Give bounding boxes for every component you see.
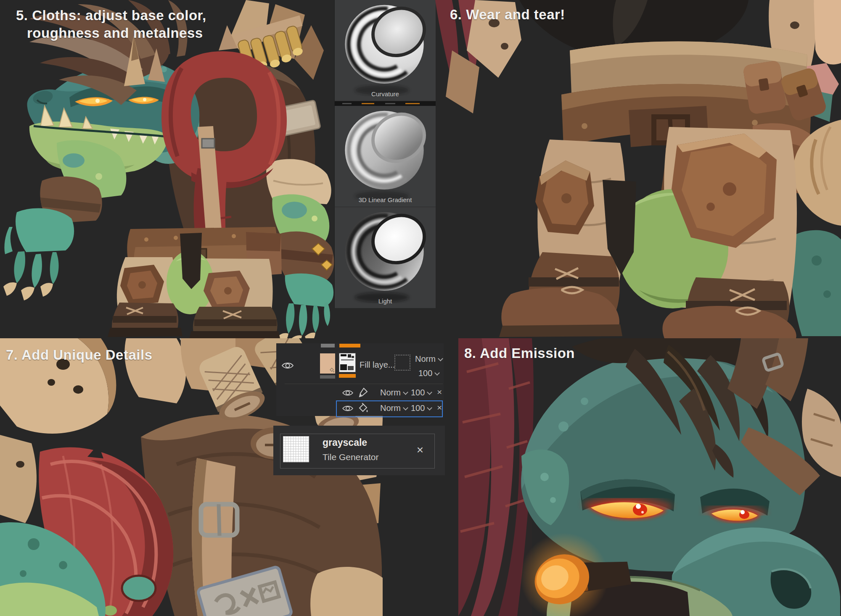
opacity-dropdown[interactable]: 100 [411, 403, 431, 413]
light-sphere [335, 207, 436, 308]
close-effect-button[interactable]: × [437, 387, 442, 397]
fill-color-thumbnail[interactable] [320, 353, 335, 374]
effect-type-label: Tile Generator [323, 452, 378, 462]
layers-panel: Fill laye... Norm 100 Norm 100 [276, 343, 444, 416]
troll-fullbody-render [0, 0, 334, 338]
effect-item[interactable]: grayscale Tile Generator × [280, 434, 435, 469]
opacity-dropdown[interactable]: 100 [418, 369, 439, 378]
step5-label-line2: roughness and metalness [27, 25, 203, 41]
chevron-down-icon [403, 405, 408, 411]
clipped-thumbnail-bar [321, 344, 335, 347]
blend-mode-dropdown[interactable]: Norm [415, 354, 442, 364]
close-effect-button[interactable]: × [437, 403, 442, 413]
fill-bucket-icon [358, 403, 369, 414]
step6-label: 6. Wear and tear! [450, 7, 565, 23]
gradient-sphere [335, 106, 436, 207]
clipped-orange-bar [339, 344, 360, 347]
chevron-down-icon [438, 356, 443, 361]
tile-generator-dialog: grayscale Tile Generator × [273, 426, 445, 475]
blend-mode-dropdown[interactable]: Norm [380, 403, 407, 413]
visibility-eye-icon[interactable] [342, 404, 354, 413]
material-preview-3d-linear-gradient[interactable]: 3D Linear Gradient [334, 106, 436, 207]
effect-channel-label: grayscale [323, 437, 367, 448]
step5-label-line1: 5. Cloths: adjust base color, [16, 8, 206, 24]
material-preview-light[interactable]: Light [334, 207, 436, 308]
visibility-eye-icon[interactable] [342, 389, 354, 397]
blend-mode-dropdown[interactable]: Norm [380, 388, 407, 398]
horn-tail [791, 120, 841, 336]
left-arm [3, 140, 126, 300]
mask-placeholder[interactable] [394, 355, 410, 371]
sphere-label: Curvature [335, 90, 436, 97]
chevron-down-icon [427, 405, 433, 411]
visibility-eye-icon[interactable] [281, 361, 294, 370]
tutorial-collage: Curvature [0, 0, 841, 616]
paint-brush-icon [358, 387, 368, 398]
material-preview-column: Curvature [334, 0, 435, 308]
sleeve-cuff [310, 567, 383, 616]
sphere-label: 3D Linear Gradient [335, 196, 436, 203]
mini-toolbar-strip [334, 101, 436, 106]
bucket-mini-icon [329, 367, 335, 373]
chevron-down-icon [403, 390, 408, 395]
material-preview-curvature[interactable]: Curvature [334, 0, 436, 101]
chevron-down-icon [427, 390, 433, 395]
layer-name[interactable]: Fill laye... [360, 360, 395, 370]
troll-face-render [458, 338, 841, 616]
grayscale-checker-thumbnail [283, 436, 309, 462]
divider [285, 384, 443, 384]
curvature-sphere [335, 0, 436, 101]
step7-label: 7. Add Unique Details [6, 347, 153, 363]
effect-row-fill-selected[interactable]: Norm 100 × [336, 400, 443, 417]
opacity-dropdown[interactable]: 100 [411, 388, 431, 398]
step8-label: 8. Add Emission [464, 345, 575, 361]
fill-texture-thumbnail[interactable] [339, 353, 356, 372]
texture-thumb-underline [339, 374, 356, 378]
close-dialog-button[interactable]: × [417, 443, 423, 457]
troll-lowerbody-render [435, 0, 841, 338]
effect-row-paint[interactable]: Norm 100 × [336, 385, 443, 400]
fill-thumb-underline [320, 375, 335, 379]
chevron-down-icon [435, 370, 440, 376]
sphere-label: Light [335, 297, 436, 305]
